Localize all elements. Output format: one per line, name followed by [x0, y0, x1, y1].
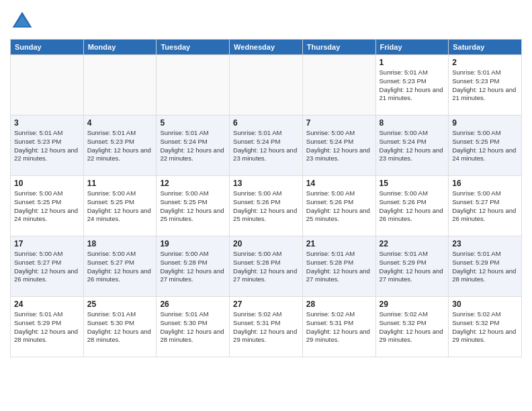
day-info: Sunrise: 5:00 AM Sunset: 5:25 PM Dayligh… — [87, 189, 153, 224]
day-number: 20 — [233, 239, 299, 248]
day-number: 5 — [160, 118, 226, 128]
calendar-cell: 22Sunrise: 5:01 AM Sunset: 5:29 PM Dayli… — [375, 236, 449, 297]
day-number: 25 — [87, 300, 153, 309]
calendar-cell: 24Sunrise: 5:01 AM Sunset: 5:29 PM Dayli… — [11, 297, 84, 357]
calendar-cell: 29Sunrise: 5:02 AM Sunset: 5:32 PM Dayli… — [375, 297, 449, 357]
calendar-cell: 25Sunrise: 5:01 AM Sunset: 5:30 PM Dayli… — [83, 297, 157, 357]
calendar-cell — [302, 55, 375, 116]
calendar-cell: 13Sunrise: 5:00 AM Sunset: 5:26 PM Dayli… — [230, 176, 303, 236]
calendar: SundayMondayTuesdayWednesdayThursdayFrid… — [10, 39, 522, 357]
day-number: 6 — [233, 118, 299, 128]
calendar-cell — [83, 55, 157, 116]
calendar-week-4: 24Sunrise: 5:01 AM Sunset: 5:29 PM Dayli… — [11, 297, 522, 357]
day-number: 15 — [380, 179, 445, 188]
day-info: Sunrise: 5:00 AM Sunset: 5:26 PM Dayligh… — [380, 189, 445, 224]
day-info: Sunrise: 5:01 AM Sunset: 5:24 PM Dayligh… — [233, 129, 299, 163]
day-number: 26 — [160, 300, 226, 309]
calendar-cell: 15Sunrise: 5:00 AM Sunset: 5:26 PM Dayli… — [375, 176, 449, 236]
calendar-header-wednesday: Wednesday — [230, 40, 303, 55]
calendar-cell: 28Sunrise: 5:02 AM Sunset: 5:31 PM Dayli… — [302, 297, 375, 357]
day-number: 1 — [380, 58, 445, 67]
calendar-cell: 3Sunrise: 5:01 AM Sunset: 5:23 PM Daylig… — [11, 116, 84, 176]
day-number: 27 — [233, 300, 299, 309]
calendar-cell: 17Sunrise: 5:00 AM Sunset: 5:27 PM Dayli… — [11, 236, 84, 297]
calendar-header-saturday: Saturday — [449, 40, 522, 55]
day-info: Sunrise: 5:01 AM Sunset: 5:23 PM Dayligh… — [87, 129, 153, 163]
calendar-cell: 5Sunrise: 5:01 AM Sunset: 5:24 PM Daylig… — [157, 116, 230, 176]
day-number: 24 — [14, 300, 80, 309]
day-info: Sunrise: 5:01 AM Sunset: 5:28 PM Dayligh… — [306, 250, 372, 284]
day-info: Sunrise: 5:00 AM Sunset: 5:27 PM Dayligh… — [452, 189, 518, 224]
day-info: Sunrise: 5:02 AM Sunset: 5:31 PM Dayligh… — [306, 310, 372, 345]
calendar-header-monday: Monday — [83, 40, 157, 55]
calendar-cell: 10Sunrise: 5:00 AM Sunset: 5:25 PM Dayli… — [11, 176, 84, 236]
calendar-header-friday: Friday — [375, 40, 449, 55]
calendar-cell: 1Sunrise: 5:01 AM Sunset: 5:23 PM Daylig… — [375, 55, 449, 116]
day-number: 14 — [306, 179, 372, 188]
calendar-header-sunday: Sunday — [11, 40, 84, 55]
day-info: Sunrise: 5:01 AM Sunset: 5:30 PM Dayligh… — [87, 310, 153, 345]
day-number: 11 — [87, 179, 153, 188]
day-info: Sunrise: 5:00 AM Sunset: 5:24 PM Dayligh… — [380, 129, 445, 163]
day-info: Sunrise: 5:02 AM Sunset: 5:32 PM Dayligh… — [452, 310, 518, 345]
day-info: Sunrise: 5:00 AM Sunset: 5:25 PM Dayligh… — [14, 189, 80, 224]
day-info: Sunrise: 5:00 AM Sunset: 5:25 PM Dayligh… — [160, 189, 226, 224]
calendar-week-1: 3Sunrise: 5:01 AM Sunset: 5:23 PM Daylig… — [11, 116, 522, 176]
day-info: Sunrise: 5:00 AM Sunset: 5:28 PM Dayligh… — [160, 250, 226, 284]
calendar-cell: 7Sunrise: 5:00 AM Sunset: 5:24 PM Daylig… — [302, 116, 375, 176]
calendar-cell: 2Sunrise: 5:01 AM Sunset: 5:23 PM Daylig… — [449, 55, 522, 116]
day-number: 28 — [306, 300, 372, 309]
day-info: Sunrise: 5:00 AM Sunset: 5:27 PM Dayligh… — [14, 250, 80, 284]
calendar-cell: 30Sunrise: 5:02 AM Sunset: 5:32 PM Dayli… — [449, 297, 522, 357]
day-info: Sunrise: 5:00 AM Sunset: 5:26 PM Dayligh… — [306, 189, 372, 224]
day-info: Sunrise: 5:00 AM Sunset: 5:27 PM Dayligh… — [87, 250, 153, 284]
calendar-week-0: 1Sunrise: 5:01 AM Sunset: 5:23 PM Daylig… — [11, 55, 522, 116]
calendar-cell — [230, 55, 303, 116]
day-number: 13 — [233, 179, 299, 188]
day-info: Sunrise: 5:00 AM Sunset: 5:28 PM Dayligh… — [233, 250, 299, 284]
calendar-cell: 21Sunrise: 5:01 AM Sunset: 5:28 PM Dayli… — [302, 236, 375, 297]
day-info: Sunrise: 5:00 AM Sunset: 5:25 PM Dayligh… — [452, 129, 518, 163]
calendar-cell: 11Sunrise: 5:00 AM Sunset: 5:25 PM Dayli… — [83, 176, 157, 236]
calendar-cell: 12Sunrise: 5:00 AM Sunset: 5:25 PM Dayli… — [157, 176, 230, 236]
calendar-cell: 27Sunrise: 5:02 AM Sunset: 5:31 PM Dayli… — [230, 297, 303, 357]
calendar-cell: 8Sunrise: 5:00 AM Sunset: 5:24 PM Daylig… — [375, 116, 449, 176]
day-number: 22 — [380, 239, 445, 248]
day-number: 19 — [160, 239, 226, 248]
calendar-cell: 18Sunrise: 5:00 AM Sunset: 5:27 PM Dayli… — [83, 236, 157, 297]
day-number: 16 — [452, 179, 518, 188]
day-number: 4 — [87, 118, 153, 128]
calendar-cell: 20Sunrise: 5:00 AM Sunset: 5:28 PM Dayli… — [230, 236, 303, 297]
day-number: 18 — [87, 239, 153, 248]
calendar-week-3: 17Sunrise: 5:00 AM Sunset: 5:27 PM Dayli… — [11, 236, 522, 297]
day-number: 7 — [306, 118, 372, 128]
day-info: Sunrise: 5:00 AM Sunset: 5:24 PM Dayligh… — [306, 129, 372, 163]
day-number: 23 — [452, 239, 518, 248]
calendar-cell: 6Sunrise: 5:01 AM Sunset: 5:24 PM Daylig… — [230, 116, 303, 176]
day-info: Sunrise: 5:01 AM Sunset: 5:23 PM Dayligh… — [14, 129, 80, 163]
day-info: Sunrise: 5:02 AM Sunset: 5:32 PM Dayligh… — [380, 310, 445, 345]
day-info: Sunrise: 5:00 AM Sunset: 5:26 PM Dayligh… — [233, 189, 299, 224]
day-number: 10 — [14, 179, 80, 188]
calendar-cell — [11, 55, 84, 116]
calendar-cell — [157, 55, 230, 116]
logo — [10, 9, 37, 34]
calendar-cell: 19Sunrise: 5:00 AM Sunset: 5:28 PM Dayli… — [157, 236, 230, 297]
day-number: 9 — [452, 118, 518, 128]
day-number: 17 — [14, 239, 80, 248]
day-number: 30 — [452, 300, 518, 309]
calendar-header-tuesday: Tuesday — [157, 40, 230, 55]
day-number: 8 — [380, 118, 445, 128]
day-info: Sunrise: 5:01 AM Sunset: 5:23 PM Dayligh… — [452, 68, 518, 103]
day-info: Sunrise: 5:01 AM Sunset: 5:23 PM Dayligh… — [380, 68, 445, 103]
day-info: Sunrise: 5:02 AM Sunset: 5:31 PM Dayligh… — [233, 310, 299, 345]
day-number: 2 — [452, 58, 518, 67]
calendar-cell: 14Sunrise: 5:00 AM Sunset: 5:26 PM Dayli… — [302, 176, 375, 236]
calendar-week-2: 10Sunrise: 5:00 AM Sunset: 5:25 PM Dayli… — [11, 176, 522, 236]
day-info: Sunrise: 5:01 AM Sunset: 5:24 PM Dayligh… — [160, 129, 226, 163]
calendar-cell: 9Sunrise: 5:00 AM Sunset: 5:25 PM Daylig… — [449, 116, 522, 176]
calendar-cell: 16Sunrise: 5:00 AM Sunset: 5:27 PM Dayli… — [449, 176, 522, 236]
logo-icon — [10, 9, 34, 34]
day-number: 3 — [14, 118, 80, 128]
calendar-cell: 26Sunrise: 5:01 AM Sunset: 5:30 PM Dayli… — [157, 297, 230, 357]
